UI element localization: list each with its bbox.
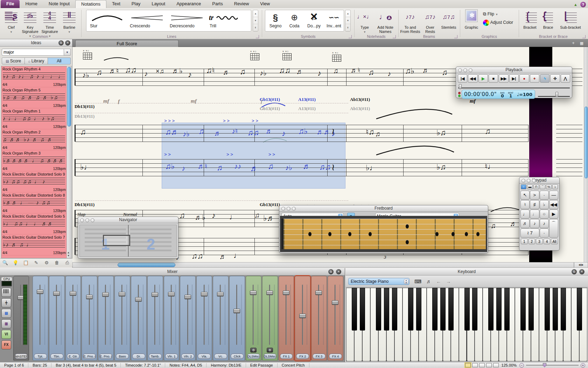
view-fullscreen-icon[interactable]	[493, 363, 499, 367]
add-note-names-button[interactable]: ♩A Add Note Names	[375, 10, 396, 34]
view-pages-vertically-icon[interactable]	[472, 363, 478, 367]
show-staves-button[interactable]: ▤	[1, 309, 11, 318]
keyboard-detach-button[interactable]: ⧉	[572, 269, 577, 274]
ideas-tab-score[interactable]: ▤Score	[2, 57, 25, 64]
fretboard-display[interactable]	[280, 216, 487, 252]
ideas-tab-library[interactable]: ⌂Library	[25, 57, 48, 64]
window-traffic-lights[interactable]	[458, 68, 474, 74]
status-notes[interactable]: Notes: F#4, A4, D5	[165, 363, 206, 367]
ribbon-tab-play[interactable]: Play	[126, 0, 146, 8]
note-cluster[interactable]: ♬♭	[172, 67, 182, 74]
ideas-scroll-arrows[interactable]: ▲▼	[66, 251, 71, 257]
adjust-color-button[interactable]: Adjust Color	[483, 20, 513, 26]
piano-black-key[interactable]	[376, 288, 381, 330]
zoom-slider-thumb[interactable]	[543, 363, 546, 367]
note-cluster[interactable]: ♬	[223, 69, 230, 76]
dont-copy-gallery-item[interactable]: ♫✕ Do...py	[304, 12, 324, 28]
staccato-key[interactable]: ·	[540, 191, 549, 200]
note-cluster[interactable]: ≀	[331, 163, 335, 172]
volume-fader[interactable]	[318, 285, 319, 345]
instrument-settings-gear-icon[interactable]: ⚙	[267, 348, 273, 353]
volume-fader[interactable]	[204, 285, 205, 345]
chord-symbol[interactable]: Gb13(#11)	[260, 97, 280, 102]
decrescendo-gallery-item[interactable]: Decrescendo	[168, 12, 206, 28]
note-cluster[interactable]: ♫♭	[405, 67, 414, 75]
keypad-voice-2[interactable]: 2	[528, 239, 536, 244]
piano-black-key[interactable]	[488, 288, 493, 330]
capture-idea-icon[interactable]: 🔍	[1, 260, 9, 265]
live-tempo-button[interactable]: ✣	[550, 74, 560, 83]
note-input-icon[interactable]: ♬	[426, 279, 431, 284]
bracket-button[interactable]: ❲ Bracket	[520, 10, 540, 29]
ribbon-tab-file[interactable]: File	[1, 0, 20, 8]
ideas-tab-all[interactable]: All	[48, 57, 71, 64]
mixer-strip-tbn-[interactable]: Tbn.	[49, 276, 65, 361]
note-cluster[interactable]: ♫	[240, 68, 246, 76]
status-edit-passage[interactable]: Edit Passage	[246, 363, 278, 367]
go-to-end-button[interactable]: ▶|	[509, 74, 519, 83]
volume-fader[interactable]	[105, 285, 106, 345]
flat-key[interactable]: ♭	[540, 200, 549, 209]
note-cluster[interactable]: ♬	[250, 165, 258, 172]
symbols-dialog-launcher[interactable]	[349, 35, 352, 38]
mixer-strip-e-pno-a-[interactable]: E. Pno. (a)	[82, 276, 97, 361]
show-meters-button[interactable]	[1, 288, 11, 297]
volume-fader[interactable]	[335, 285, 336, 345]
mixer-strip-fx-3[interactable]: FX 3	[311, 276, 327, 361]
chord-symbol[interactable]: Ab13(#11)	[350, 106, 370, 111]
new-tab-button[interactable]: +	[570, 40, 576, 46]
note-cluster[interactable]: ♩	[233, 252, 241, 259]
chord-symbol[interactable]: Db13(#11)	[75, 114, 94, 119]
playback-window[interactable]: Playback |◀◀◀▶■▶▶▶|●⌖ϟ✣⋀ 00:00'00.0" BAR…	[456, 67, 572, 98]
note-cluster[interactable]: ♫♫	[279, 67, 290, 74]
note-cluster[interactable]: ♫♫	[319, 163, 331, 171]
volume-fader[interactable]	[72, 285, 74, 345]
note-cluster[interactable]: ♫♫	[191, 252, 203, 260]
show-effects-button[interactable]: FX	[1, 340, 11, 349]
fader-handle[interactable]	[152, 292, 158, 297]
mixer-close-button[interactable]: ✕	[336, 269, 341, 274]
piano-black-key[interactable]	[520, 288, 526, 330]
help-button[interactable]: ?	[580, 2, 586, 7]
volume-fader[interactable]	[89, 285, 90, 345]
mixer-strip-dr-[interactable]: Dr.	[131, 276, 147, 361]
piano-black-key[interactable]	[360, 288, 365, 330]
playback-timeline-slider[interactable]	[458, 83, 570, 88]
chord-symbol[interactable]: A13(#11)	[298, 97, 316, 102]
fader-handle[interactable]	[266, 291, 273, 295]
mixer-strip-dlsmscd[interactable]: ⚙DLSMscD	[262, 276, 278, 361]
brace-button[interactable]: { Brace	[540, 10, 556, 29]
idea-item[interactable]: Rock Electric Guitar Distorted Solo 8♭♬♬…	[1, 192, 66, 213]
score-hscroll-buttons[interactable]: ◀ ▶	[574, 262, 588, 268]
window-traffic-lights[interactable]	[281, 206, 297, 212]
play-key[interactable]: ▶	[549, 210, 558, 219]
eighth-note-alt-key[interactable]: ♪	[540, 219, 549, 228]
trill-gallery-item[interactable]: tr Trill	[208, 12, 246, 28]
tab-layout-icon[interactable]: ▦	[579, 40, 584, 46]
piano-black-key[interactable]	[440, 288, 446, 330]
note-cluster[interactable]: ♫	[80, 128, 86, 136]
whole-note-key[interactable]: ○	[540, 210, 549, 219]
instrument-settings-gear-icon[interactable]: ⚙	[250, 348, 257, 353]
note-cluster[interactable]: ♩	[229, 213, 237, 221]
barline-button[interactable]: ‖ Barline▼	[60, 10, 78, 34]
note-cluster[interactable]: > > >	[164, 118, 175, 123]
chord-symbol[interactable]: Db13(#11)	[75, 202, 94, 207]
rest-key[interactable]: ≀ 7	[520, 229, 539, 238]
mixer-title-bar[interactable]: Mixer ⧉ ✕	[0, 268, 345, 275]
next-arrow-icon[interactable]: →	[446, 279, 451, 284]
segno-gallery-item[interactable]: § Segno	[266, 12, 285, 28]
mixer-detach-button[interactable]: ⧉	[328, 269, 334, 274]
ribbon-tab-view[interactable]: View	[254, 0, 275, 8]
rewind-button[interactable]: ◀◀	[468, 74, 477, 83]
keypad-layout-tab-2[interactable]: ▬	[527, 184, 533, 189]
ideas-scrollbar-thumb[interactable]	[67, 67, 71, 127]
keypad-voice-4[interactable]: 4	[544, 239, 551, 244]
window-traffic-lights[interactable]	[80, 218, 96, 224]
noteheads-dialog-launcher[interactable]	[393, 35, 396, 38]
live-playback-button[interactable]: ϟ	[540, 74, 550, 83]
mixer-strip-vla-[interactable]: Vla.	[196, 276, 212, 361]
idea-item[interactable]: Rock Organ Rhythm 5♭♫ ♬ ♫ ♬ ♫ ♬ ♭♫4/4120…	[1, 87, 66, 108]
show-faders-button[interactable]: ┿	[1, 298, 11, 307]
keypad-voice-1[interactable]: 1	[521, 239, 528, 244]
